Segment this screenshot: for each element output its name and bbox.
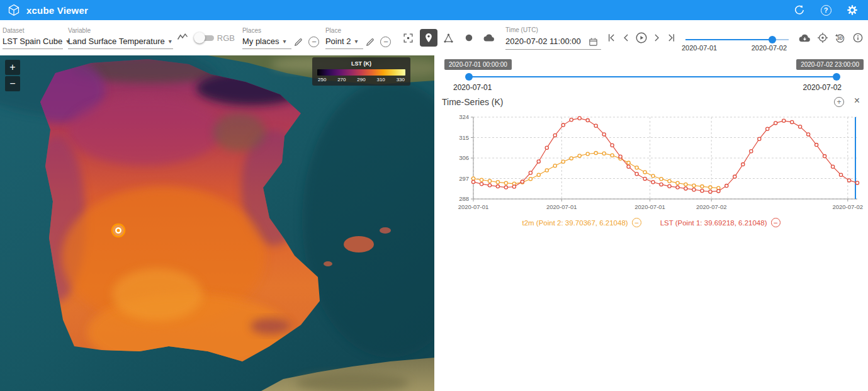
- edit-places-button[interactable]: [291, 35, 307, 50]
- svg-text:2020-07-01: 2020-07-01: [458, 203, 489, 210]
- last-time-button[interactable]: [664, 30, 679, 45]
- calendar-icon: [588, 37, 599, 47]
- minus-circle-icon: −: [308, 37, 319, 47]
- add-timeseries-button[interactable]: +: [834, 97, 844, 107]
- place-field: Place Point 2 ▾ −: [325, 26, 393, 50]
- time-player-group: [604, 30, 679, 45]
- sparkline-icon: [176, 31, 189, 44]
- map-render: [0, 55, 434, 391]
- locate-button[interactable]: [815, 30, 830, 45]
- xcube-logo-icon: [8, 4, 20, 16]
- svg-text:2020-07-01: 2020-07-01: [634, 203, 665, 210]
- edit-place-button[interactable]: [363, 35, 378, 50]
- play-button[interactable]: [634, 30, 649, 45]
- dataset-field: Dataset LST Spain Cube ▾: [3, 26, 63, 49]
- dataset-label: Dataset: [3, 26, 63, 35]
- refresh-icon: [793, 4, 806, 16]
- draw-tools-group: [400, 29, 500, 47]
- svg-text:2020-07-01: 2020-07-01: [546, 203, 577, 210]
- variable-select[interactable]: Land Surface Temperature ▾: [68, 35, 173, 49]
- rgb-toggle[interactable]: [195, 32, 215, 43]
- places-select[interactable]: My places ▾: [242, 35, 291, 49]
- timeseries-chart-svg: 2882973063153242020-07-012020-07-012020-…: [449, 111, 865, 224]
- time-range-slider[interactable]: [469, 73, 837, 82]
- show-timeseries-button[interactable]: [176, 30, 190, 45]
- timeseries-chart[interactable]: 2882973063153242020-07-012020-07-012020-…: [449, 111, 865, 224]
- refresh-button[interactable]: [791, 2, 808, 18]
- rotate-view-button[interactable]: 3D: [833, 30, 848, 45]
- add-polygon-button[interactable]: [440, 29, 458, 47]
- chevron-down-icon: ▾: [169, 38, 172, 45]
- places-field: Places My places ▾ −: [242, 26, 322, 50]
- polyline-icon: [442, 32, 454, 44]
- skip-last-icon: [665, 31, 678, 44]
- places-label: Places: [242, 26, 322, 35]
- range-end-label: 2020-07-02: [803, 83, 842, 92]
- minus-circle-icon[interactable]: −: [771, 218, 781, 227]
- add-circle-button[interactable]: [460, 29, 478, 47]
- timeseries-panel: 2020-07-01 00:00:00 2020-07-02 23:00:00 …: [434, 55, 868, 391]
- app-bar: xcube Viewer ?: [0, 0, 868, 20]
- svg-text:297: 297: [459, 175, 469, 182]
- next-time-button[interactable]: [649, 30, 664, 45]
- colorbar: [317, 69, 405, 76]
- remove-place-button[interactable]: −: [378, 35, 393, 50]
- legend-item-lst[interactable]: LST (Point 1: 39.69218, 6.21048) −: [660, 218, 781, 227]
- map-actions-group: 3D: [798, 30, 865, 45]
- time-input[interactable]: [505, 35, 586, 48]
- filled-circle-icon: [463, 32, 475, 43]
- open-calendar-button[interactable]: [586, 34, 601, 49]
- place-label: Place: [325, 26, 393, 35]
- svg-text:2020-07-02: 2020-07-02: [832, 203, 863, 210]
- info-icon: [852, 31, 864, 44]
- toggle-thumb: [194, 32, 205, 43]
- time-field: Time (UTC): [505, 26, 601, 50]
- place-marker[interactable]: [112, 224, 125, 237]
- help-button[interactable]: ?: [818, 2, 834, 18]
- slider-start-label: 2020-07-01: [682, 44, 717, 52]
- zoom-in-button[interactable]: +: [5, 60, 20, 75]
- range-end-handle[interactable]: [833, 73, 840, 81]
- legend-item-t2m[interactable]: t2m (Point 2: 39.70367, 6.21048) −: [522, 218, 641, 227]
- info-button[interactable]: [850, 30, 865, 45]
- dataset-select[interactable]: LST Spain Cube ▾: [3, 35, 63, 49]
- pencil-icon: [293, 37, 304, 47]
- control-toolbar: Dataset LST Spain Cube ▾ Variable Land S…: [0, 20, 868, 55]
- settings-button[interactable]: [844, 2, 860, 18]
- slider-fill: [685, 39, 772, 40]
- range-start-label: 2020-07-01: [453, 83, 492, 92]
- svg-text:3D: 3D: [838, 36, 843, 40]
- legend-label: t2m (Point 2: 39.70367, 6.21048): [522, 219, 628, 227]
- select-region-button[interactable]: [400, 29, 417, 47]
- map-canvas[interactable]: + − LST (K) 250 270 290 310 330: [0, 55, 434, 391]
- cloud-layer-button[interactable]: [480, 29, 498, 47]
- svg-text:306: 306: [459, 154, 469, 161]
- zoom-out-button[interactable]: −: [5, 76, 20, 91]
- svg-text:315: 315: [459, 134, 469, 141]
- chevron-down-icon: ▾: [354, 38, 358, 45]
- remove-places-button[interactable]: −: [307, 35, 322, 50]
- colorbar-ticks: 250 270 290 310 330: [317, 77, 405, 82]
- pencil-icon: [365, 37, 376, 47]
- slider-end-label: 2020-07-02: [752, 44, 787, 52]
- zoom-controls: + −: [5, 60, 20, 91]
- range-start-handle[interactable]: [465, 73, 473, 81]
- chevron-right-icon: [650, 31, 663, 44]
- download-timeseries-button[interactable]: [798, 30, 813, 45]
- slider-handle[interactable]: [769, 36, 776, 43]
- skip-first-icon: [605, 31, 617, 44]
- first-time-button[interactable]: [604, 30, 619, 45]
- time-range-start-chip: 2020-07-01 00:00:00: [444, 59, 512, 70]
- timeseries-legend: t2m (Point 2: 39.70367, 6.21048) − LST (…: [434, 218, 868, 227]
- svg-text:288: 288: [459, 195, 469, 202]
- time-slider[interactable]: 2020-07-01 2020-07-02: [685, 24, 789, 52]
- time-label: Time (UTC): [505, 26, 601, 34]
- prev-time-button[interactable]: [619, 30, 634, 45]
- place-select[interactable]: Point 2 ▾: [325, 35, 363, 49]
- svg-text:2020-07-02: 2020-07-02: [696, 203, 727, 210]
- close-timeseries-button[interactable]: ×: [854, 95, 860, 106]
- minus-circle-icon[interactable]: −: [632, 218, 641, 227]
- target-icon: [816, 31, 829, 44]
- chevron-left-icon: [620, 31, 633, 44]
- add-point-button[interactable]: [420, 29, 437, 47]
